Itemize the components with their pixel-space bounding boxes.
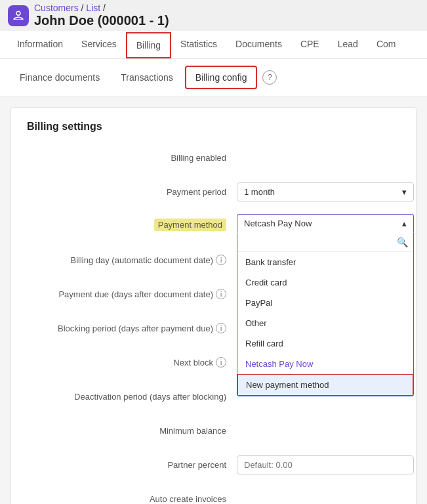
payment-method-row: Payment method Netcash Pay Now ▴ 🔍 Bank … <box>27 214 400 238</box>
next-block-info-icon[interactable]: i <box>216 357 226 368</box>
content-area: Billing settings Billing enabled Payment… <box>10 107 417 504</box>
payment-method-control: Netcash Pay Now ▴ 🔍 Bank transfer Credit… <box>237 214 414 233</box>
chevron-down-icon: ▾ <box>402 187 407 197</box>
dropdown-item-credit-card[interactable]: Credit card <box>237 272 413 293</box>
deactivation-period-label: Deactivation period (days after blocking… <box>27 392 237 402</box>
partner-percent-label: Partner percent <box>27 460 237 470</box>
chevron-up-icon: ▴ <box>402 219 407 228</box>
tab-information[interactable]: Information <box>8 31 72 58</box>
breadcrumb-sep2: / <box>103 3 106 13</box>
payment-period-value: 1 month <box>244 187 275 197</box>
payment-period-control: 1 month ▾ <box>237 182 414 201</box>
payment-due-info-icon[interactable]: i <box>216 289 226 299</box>
minimum-balance-row: Minimum balance <box>27 419 400 442</box>
blocking-period-info-icon[interactable]: i <box>216 323 226 333</box>
section-title: Billing settings <box>27 121 400 133</box>
tab-lead[interactable]: Lead <box>329 31 367 58</box>
app-icon <box>8 5 29 26</box>
payment-period-label: Payment period <box>27 187 237 197</box>
payment-method-value: Netcash Pay Now <box>244 219 312 228</box>
tab-finance-documents[interactable]: Finance documents <box>10 67 109 88</box>
dropdown-menu: 🔍 Bank transfer Credit card PayPal Other… <box>237 233 414 396</box>
partner-percent-control <box>237 455 414 474</box>
dropdown-item-other[interactable]: Other <box>237 313 413 333</box>
partner-percent-input[interactable] <box>237 455 414 474</box>
payment-method-label: Payment method <box>27 219 237 231</box>
payment-due-label: Payment due (days after document date) i <box>27 289 237 299</box>
billing-day-label: Billing day (automatic document date) i <box>27 255 237 265</box>
tab-documents[interactable]: Documents <box>226 31 291 58</box>
help-icon[interactable]: ? <box>262 70 277 85</box>
breadcrumb: Customers / List / <box>34 3 169 13</box>
dropdown-item-bank-transfer[interactable]: Bank transfer <box>237 252 413 272</box>
payment-method-select[interactable]: Netcash Pay Now ▴ <box>237 214 414 233</box>
minimum-balance-label: Minimum balance <box>27 426 237 436</box>
billing-enabled-label: Billing enabled <box>27 153 237 163</box>
sub-tabs: Finance documents Transactions Billing c… <box>0 59 427 96</box>
tab-statistics[interactable]: Statistics <box>171 31 226 58</box>
page-title: John Doe (000001 - 1) <box>34 13 169 28</box>
payment-due-label-text: Payment due (days after document date) <box>58 289 213 299</box>
payment-period-row: Payment period 1 month ▾ <box>27 180 400 203</box>
main-tabs: Information Services Billing Statistics … <box>0 31 427 59</box>
tab-com[interactable]: Com <box>367 31 405 58</box>
next-block-label: Next block i <box>27 357 237 368</box>
search-icon: 🔍 <box>397 237 408 247</box>
dropdown-search-box: 🔍 <box>237 233 413 252</box>
dropdown-item-new-payment-method[interactable]: New payment method <box>237 374 413 396</box>
payment-method-label-text: Payment method <box>154 219 226 231</box>
top-bar: Customers / List / John Doe (000001 - 1) <box>0 0 427 31</box>
auto-create-invoices-label: Auto create invoices <box>27 494 237 504</box>
partner-percent-row: Partner percent <box>27 453 400 476</box>
auto-create-invoices-row: Auto create invoices <box>27 487 400 504</box>
dropdown-container: Netcash Pay Now ▴ 🔍 Bank transfer Credit… <box>237 214 414 233</box>
dropdown-item-refill-card[interactable]: Refill card <box>237 333 413 354</box>
dropdown-item-paypal[interactable]: PayPal <box>237 293 413 313</box>
dropdown-item-netcash[interactable]: Netcash Pay Now <box>237 354 413 374</box>
blocking-period-label: Blocking period (days after payment due)… <box>27 323 237 333</box>
dropdown-search-input[interactable] <box>243 238 397 247</box>
billing-day-info-icon[interactable]: i <box>216 255 226 265</box>
next-block-label-text: Next block <box>173 358 213 368</box>
dropdown-list: Bank transfer Credit card PayPal Other R… <box>237 252 413 396</box>
breadcrumb-list[interactable]: List <box>86 3 100 13</box>
tab-cpe[interactable]: CPE <box>291 31 329 58</box>
tab-billing-config[interactable]: Billing config <box>185 66 258 89</box>
billing-day-label-text: Billing day (automatic document date) <box>70 255 213 265</box>
tab-billing[interactable]: Billing <box>126 32 171 58</box>
billing-enabled-row: Billing enabled <box>27 146 400 169</box>
payment-period-select[interactable]: 1 month ▾ <box>237 182 414 201</box>
tab-services[interactable]: Services <box>72 31 126 58</box>
breadcrumb-customers[interactable]: Customers <box>34 3 79 13</box>
blocking-period-label-text: Blocking period (days after payment due) <box>58 324 213 333</box>
tab-transactions[interactable]: Transactions <box>112 67 182 88</box>
